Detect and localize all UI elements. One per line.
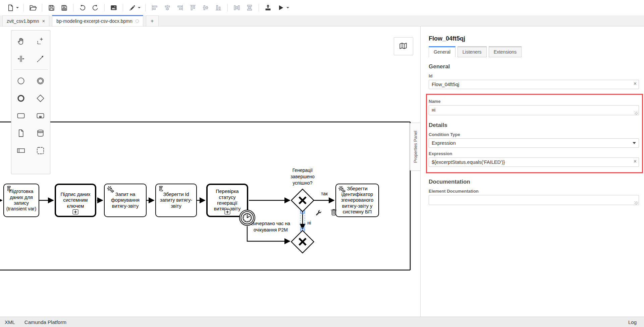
format-tool-caret-icon[interactable] (138, 7, 141, 8)
xml-toggle[interactable]: XML (5, 319, 15, 325)
distribute-horizontal-button[interactable] (231, 2, 242, 14)
save-button[interactable] (46, 2, 57, 14)
palette-separator (13, 69, 48, 70)
unsaved-indicator-icon (136, 19, 139, 23)
diagram-layer[interactable] (0, 26, 420, 317)
create-group[interactable] (31, 142, 50, 159)
create-data-object[interactable] (11, 124, 31, 142)
group-icon (36, 146, 45, 155)
tab-zvit-csv1[interactable]: zvit_csv1.bpmn × (2, 15, 49, 26)
distribute-vertical-button[interactable] (244, 2, 255, 14)
expression-input[interactable] (429, 157, 639, 167)
script-icon (157, 185, 164, 192)
align-right-icon (176, 4, 184, 11)
toolbar-separator (73, 4, 73, 11)
edge-label-yes: так (317, 191, 332, 197)
status-bar: XML Camunda Platform Log (0, 317, 644, 327)
boundary-timer-event[interactable] (239, 209, 256, 226)
service-task-request-excerpt[interactable]: Запит на формування витягу-звіту (104, 184, 147, 217)
align-bottom-button[interactable] (213, 2, 224, 14)
new-tab-button[interactable]: + (146, 15, 159, 26)
start-instance-caret-icon[interactable] (286, 7, 289, 8)
global-connect-tool[interactable] (31, 50, 50, 67)
hand-tool[interactable] (11, 32, 31, 50)
format-tool-button[interactable] (127, 2, 138, 14)
id-input[interactable] (429, 80, 639, 89)
minimap-toggle-button[interactable] (394, 37, 413, 55)
lasso-tool[interactable] (31, 32, 50, 50)
export-image-button[interactable] (108, 2, 119, 14)
clear-expression-icon[interactable]: × (634, 159, 637, 164)
save-as-icon (60, 4, 68, 12)
service-task-save-identifier[interactable]: Зберегти ідентифікатор згенерованого вит… (335, 184, 379, 217)
collapsed-plus-icon[interactable] (224, 209, 230, 214)
undo-icon (78, 4, 87, 12)
save-as-button[interactable] (59, 2, 69, 14)
undo-button[interactable] (77, 2, 88, 14)
create-intermediate-event[interactable] (31, 72, 50, 89)
script-task-save-request-id[interactable]: Зберегти Id запиту витягу-звіту (155, 184, 197, 217)
deploy-button[interactable] (263, 2, 273, 14)
element-documentation-textarea[interactable] (429, 195, 639, 205)
exclusive-gateway-merge[interactable] (291, 231, 314, 253)
create-task[interactable] (11, 107, 31, 124)
engine-profile[interactable]: Camunda Platform (24, 319, 66, 325)
timer-edge-label: Вичерпано час на очікування P2M (251, 220, 290, 233)
id-label: Id (429, 73, 639, 78)
space-tool-icon (16, 54, 25, 63)
create-gateway[interactable] (31, 89, 50, 107)
tab-bp-modeling-excerpt[interactable]: bp-modeling-excerpt-csv-docx.bpmn (52, 15, 143, 26)
log-toggle[interactable]: Log (628, 319, 637, 325)
distribute-horizontal-icon (233, 4, 240, 11)
align-center-button[interactable] (162, 2, 173, 14)
new-file-button[interactable] (5, 2, 16, 14)
name-textarea[interactable] (429, 105, 639, 115)
script-task-prepare-data[interactable]: Підготовка даних для запису (transient v… (3, 184, 39, 217)
expression-label: Expression (429, 151, 639, 156)
participant-icon (16, 146, 25, 155)
align-top-button[interactable] (187, 2, 198, 14)
intermediate-event-icon (36, 76, 45, 85)
id-field-wrap: × (429, 80, 639, 89)
align-left-button[interactable] (149, 2, 160, 14)
align-center-icon (164, 4, 171, 11)
data-store-icon (36, 129, 45, 138)
clear-id-icon[interactable]: × (634, 81, 637, 86)
start-instance-button[interactable] (275, 2, 286, 14)
tab-bar: zvit_csv1.bpmn × bp-modeling-excerpt-csv… (0, 15, 644, 26)
tab-listeners[interactable]: Listeners (458, 46, 487, 57)
create-end-event[interactable] (11, 89, 31, 107)
collapsed-plus-icon[interactable] (73, 209, 78, 214)
condition-type-select[interactable]: Expression (429, 138, 639, 148)
align-middle-button[interactable] (200, 2, 211, 14)
bpmn-canvas[interactable]: Підготовка даних для запису (transient v… (0, 26, 420, 317)
tab-general[interactable]: General (429, 46, 455, 57)
condition-type-label: Condition Type (429, 132, 639, 137)
tab-extensions[interactable]: Extensions (489, 46, 522, 57)
properties-panel-toggle[interactable]: Properties Panel (410, 123, 420, 171)
tab-label: zvit_csv1.bpmn (7, 18, 39, 24)
create-start-event[interactable] (11, 72, 31, 89)
name-label: Name (429, 99, 639, 104)
gears-icon (106, 185, 115, 194)
tab-close-icon[interactable]: × (42, 18, 45, 23)
create-data-store[interactable] (31, 124, 50, 142)
new-file-caret-icon[interactable] (16, 7, 19, 8)
space-tool[interactable] (11, 50, 31, 67)
documentation-section-heading: Documentation (429, 179, 639, 185)
edge-label-no: ні (304, 220, 315, 226)
wrench-icon[interactable] (315, 209, 323, 217)
create-subprocess[interactable] (31, 107, 50, 124)
create-participant[interactable] (11, 142, 31, 159)
task-icon (16, 111, 25, 120)
trash-icon[interactable] (329, 208, 338, 216)
exclusive-gateway-success[interactable] (291, 189, 314, 212)
call-activity-sign-data[interactable]: Підпис даних системним ключем (55, 184, 96, 217)
open-file-button[interactable] (28, 2, 38, 14)
redo-button[interactable] (90, 2, 101, 14)
align-right-button[interactable] (175, 2, 185, 14)
new-file-icon (7, 4, 14, 12)
save-icon (48, 4, 55, 12)
properties-panel-toggle-label: Properties Panel (413, 131, 418, 163)
global-connect-icon (36, 54, 45, 63)
